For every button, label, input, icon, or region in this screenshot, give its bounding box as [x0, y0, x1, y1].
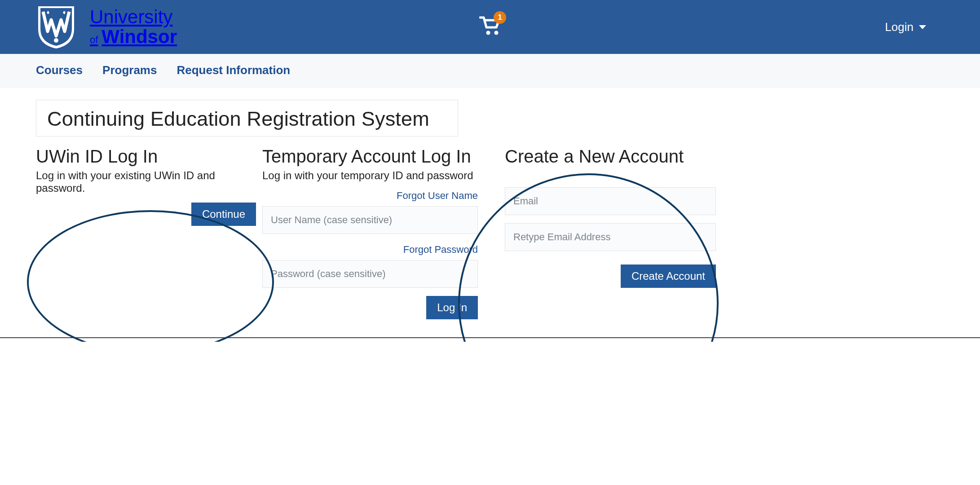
- nav-programs[interactable]: Programs: [102, 63, 157, 77]
- uwin-login-section: UWin ID Log In Log in with your existing…: [36, 146, 256, 319]
- page-title-box: Continuing Education Registration System: [36, 100, 458, 137]
- top-header: University ofWindsor 1 Login: [0, 0, 980, 54]
- password-input[interactable]: [262, 260, 478, 288]
- svg-point-0: [54, 38, 58, 43]
- continue-button[interactable]: Continue: [191, 203, 256, 226]
- brand-name: Windsor: [102, 26, 177, 47]
- temp-subtext: Log in with your temporary ID and passwo…: [262, 169, 478, 182]
- brand-wordmark: University ofWindsor: [90, 7, 177, 47]
- cart-count-badge: 1: [494, 11, 506, 24]
- username-input[interactable]: [262, 206, 478, 234]
- temp-heading: Temporary Account Log In: [262, 146, 478, 167]
- caret-down-icon: [919, 25, 926, 29]
- create-account-section: Create a New Account Create Account: [505, 146, 716, 319]
- svg-point-1: [486, 31, 490, 35]
- forgot-username-link[interactable]: Forgot User Name: [262, 190, 478, 202]
- nav-courses[interactable]: Courses: [36, 63, 83, 77]
- brand-line1: University: [90, 7, 177, 27]
- secondary-nav: Courses Programs Request Information: [0, 54, 980, 88]
- login-button[interactable]: Log In: [426, 296, 478, 319]
- forgot-password-link[interactable]: Forgot Password: [262, 244, 478, 256]
- create-heading: Create a New Account: [505, 146, 716, 167]
- email-input[interactable]: [505, 187, 716, 215]
- brand-of: of: [90, 34, 98, 45]
- page-title: Continuing Education Registration System: [47, 107, 447, 131]
- svg-point-2: [494, 31, 499, 35]
- nav-request-info[interactable]: Request Information: [177, 63, 290, 77]
- login-label: Login: [885, 20, 914, 34]
- brand-logo-link[interactable]: University ofWindsor: [36, 4, 177, 49]
- temporary-login-section: Temporary Account Log In Log in with you…: [262, 146, 478, 319]
- create-account-button[interactable]: Create Account: [621, 265, 716, 288]
- shield-icon: [36, 4, 76, 49]
- page-bottom-line: [0, 337, 980, 342]
- uwin-subtext: Log in with your existing UWin ID and pa…: [36, 169, 256, 194]
- main-content: Continuing Education Registration System…: [0, 88, 980, 337]
- login-dropdown[interactable]: Login: [885, 20, 926, 34]
- cart-button[interactable]: 1: [479, 16, 501, 37]
- retype-email-input[interactable]: [505, 223, 716, 251]
- uwin-heading: UWin ID Log In: [36, 146, 256, 167]
- cart-icon: [479, 29, 501, 37]
